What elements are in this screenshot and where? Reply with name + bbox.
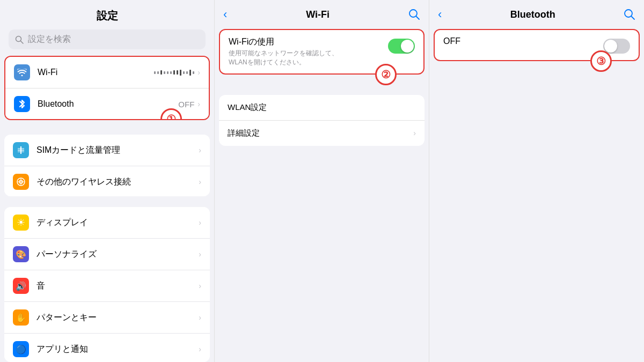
wlan-section: WLAN設定 詳細設定 › [219, 95, 425, 146]
bluetooth-value: OFF [178, 100, 194, 109]
left-panel-title: 設定 [0, 0, 214, 29]
bluetooth-icon [14, 96, 30, 112]
annotation-3: ③ [590, 50, 612, 72]
wifi-icon [14, 64, 30, 80]
pattern-item[interactable]: ✋ パターンとキー › [4, 302, 210, 334]
wifi-signal-bars [154, 70, 194, 76]
bt-toggle-label: OFF [443, 36, 603, 46]
svg-line-1 [21, 41, 24, 43]
bt-search-icon[interactable] [624, 9, 635, 20]
bluetooth-chevron: › [197, 100, 200, 108]
apps-chevron: › [199, 345, 201, 353]
personalize-label: パーソナライズ [36, 249, 199, 260]
apps-label: アプリと通知 [36, 344, 199, 355]
pattern-icon: ✋ [13, 309, 29, 326]
apps-icon: 🔵 [13, 341, 29, 357]
wlan-settings-label: WLAN設定 [228, 102, 416, 113]
wifi-toggle-section: Wi-Fiの使用 使用可能なネットワークを確認して、WLANを開けてください。 … [219, 29, 425, 75]
network-section: SIMカードと流量管理 › その他のワイヤレス接続 › [4, 135, 210, 196]
search-icon [15, 35, 24, 44]
pattern-label: パターンとキー [36, 312, 199, 323]
wireless-icon [13, 174, 29, 190]
sound-icon: 🔊 [13, 278, 29, 294]
bluetooth-label: Bluetooth [38, 99, 178, 109]
bt-back-button[interactable]: ‹ [438, 8, 442, 21]
wifi-item[interactable]: Wi-Fi › [5, 57, 209, 88]
bt-toggle-knob [604, 40, 617, 53]
bt-toggle-switch[interactable] [603, 39, 630, 54]
wireless-chevron: › [199, 178, 201, 186]
wifi-panel-title: Wi-Fi [306, 9, 330, 20]
sound-chevron: › [199, 282, 201, 290]
wifi-toggle-switch[interactable] [388, 39, 415, 54]
display-chevron: › [199, 218, 201, 227]
sound-item[interactable]: 🔊 音 › [4, 270, 210, 302]
sim-chevron: › [199, 146, 201, 154]
wlan-settings-item[interactable]: WLAN設定 [219, 95, 425, 121]
personalize-item[interactable]: 🎨 パーソナライズ › [4, 239, 210, 270]
svg-line-13 [632, 17, 635, 20]
apps-item[interactable]: 🔵 アプリと通知 › [4, 334, 210, 362]
pattern-chevron: › [199, 313, 201, 322]
display-icon: ☀ [13, 215, 29, 231]
bt-panel-header: ‹ Bluetooth [429, 0, 644, 29]
right-panel: ‹ Bluetooth OFF ③ [429, 0, 644, 362]
wifi-panel-header: ‹ Wi-Fi [215, 0, 429, 29]
annotation-2: ② [375, 64, 397, 85]
advanced-settings-label: 詳細設定 [228, 128, 413, 138]
wifi-search-icon[interactable] [408, 9, 420, 20]
wifi-back-button[interactable]: ‹ [223, 8, 227, 21]
bt-panel-title: Bluetooth [510, 9, 555, 20]
personalize-chevron: › [199, 250, 201, 258]
wifi-label: Wi-Fi [38, 68, 154, 77]
search-placeholder-text: 設定を検索 [28, 34, 71, 45]
svg-line-11 [416, 17, 420, 20]
wireless-label: その他のワイヤレス接続 [36, 176, 199, 188]
wifi-toggle-sub: 使用可能なネットワークを確認して、WLANを開けてください。 [229, 49, 388, 67]
display-item[interactable]: ☀ ディスプレイ › [4, 207, 210, 239]
display-section: ☀ ディスプレイ › 🎨 パーソナライズ › 🔊 音 › ✋ パターンとキー ›… [4, 207, 210, 362]
sim-label: SIMカードと流量管理 [36, 145, 199, 156]
wifi-toggle-label: Wi-Fiの使用 [229, 36, 388, 48]
display-label: ディスプレイ [36, 217, 199, 228]
wifi-chevron: › [197, 68, 200, 77]
personalize-icon: 🎨 [13, 246, 29, 262]
middle-panel: ‹ Wi-Fi Wi-Fiの使用 使用可能なネットワークを確認して、WLANを開… [215, 0, 429, 362]
left-panel: 設定 設定を検索 Wi-Fi [0, 0, 215, 362]
bt-toggle-text-block: OFF [443, 36, 603, 46]
sim-item[interactable]: SIMカードと流量管理 › [4, 135, 210, 166]
advanced-settings-item[interactable]: 詳細設定 › [219, 121, 425, 146]
search-bar[interactable]: 設定を検索 [9, 29, 206, 49]
sound-label: 音 [36, 280, 199, 292]
bt-toggle-section: OFF ③ [434, 29, 640, 61]
advanced-settings-chevron: › [413, 129, 416, 137]
wifi-bt-highlighted-group: Wi-Fi › [4, 56, 210, 120]
wireless-item[interactable]: その他のワイヤレス接続 › [4, 166, 210, 196]
sim-icon [13, 142, 29, 158]
wifi-toggle-text-block: Wi-Fiの使用 使用可能なネットワークを確認して、WLANを開けてください。 [229, 36, 388, 67]
wifi-toggle-knob [401, 40, 414, 53]
